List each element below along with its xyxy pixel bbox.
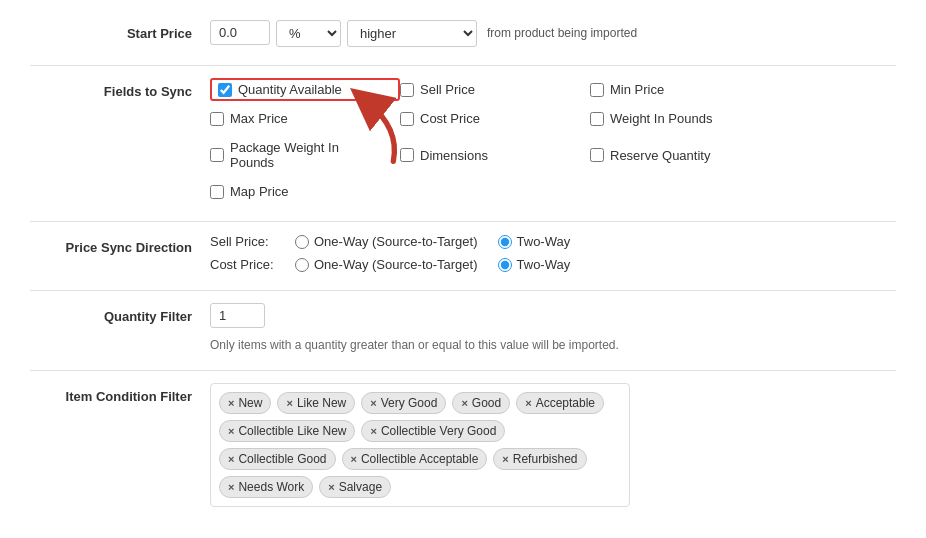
tag-acceptable[interactable]: × Acceptable: [516, 392, 604, 414]
item-condition-content: × New × Like New × Very Good × Good ×: [210, 383, 896, 507]
tag-collectible-good[interactable]: × Collectible Good: [219, 448, 336, 470]
tag-refurbished-remove[interactable]: ×: [502, 453, 508, 465]
tag-collectible-likenew-label: Collectible Like New: [238, 424, 346, 438]
tag-likenew-remove[interactable]: ×: [286, 397, 292, 409]
price-sync-label: Price Sync Direction: [30, 234, 210, 255]
checkbox-costprice[interactable]: Cost Price: [400, 107, 590, 130]
higher-select[interactable]: higher lower exact: [347, 20, 477, 47]
tag-collectible-verygood-label: Collectible Very Good: [381, 424, 496, 438]
checkbox-dimensions-input[interactable]: [400, 148, 414, 162]
checkbox-weightlbs-input[interactable]: [590, 112, 604, 126]
quantity-filter-label: Quantity Filter: [30, 303, 210, 324]
sell-twoway-radio[interactable]: Two-Way: [498, 234, 571, 249]
tag-salvage[interactable]: × Salvage: [319, 476, 391, 498]
checkbox-maxprice[interactable]: Max Price: [210, 107, 400, 130]
cost-twoway-radio[interactable]: Two-Way: [498, 257, 571, 272]
price-sync-row: Price Sync Direction Sell Price: One-Way…: [30, 234, 896, 272]
tag-acceptable-label: Acceptable: [536, 396, 595, 410]
sell-oneway-input[interactable]: [295, 235, 309, 249]
checkbox-sellprice-input[interactable]: [400, 83, 414, 97]
quantity-filter-content: Only items with a quantity greater than …: [210, 303, 896, 352]
sell-twoway-input[interactable]: [498, 235, 512, 249]
tag-good-remove[interactable]: ×: [461, 397, 467, 409]
checkbox-mapprice-input[interactable]: [210, 185, 224, 199]
tag-refurbished[interactable]: × Refurbished: [493, 448, 586, 470]
sell-twoway-label: Two-Way: [517, 234, 571, 249]
tag-new-remove[interactable]: ×: [228, 397, 234, 409]
tag-verygood-label: Very Good: [381, 396, 438, 410]
checkbox-maxprice-label: Max Price: [230, 111, 288, 126]
tag-good[interactable]: × Good: [452, 392, 510, 414]
percent-select[interactable]: % $ flat: [276, 20, 341, 47]
tag-collectible-good-label: Collectible Good: [238, 452, 326, 466]
tag-new[interactable]: × New: [219, 392, 271, 414]
tag-collectible-likenew[interactable]: × Collectible Like New: [219, 420, 355, 442]
fields-grid: Quantity Available Max Price Package Wei…: [210, 78, 790, 203]
tag-needs-work-label: Needs Work: [238, 480, 304, 494]
tag-needs-work-remove[interactable]: ×: [228, 481, 234, 493]
sell-price-sync-label: Sell Price:: [210, 234, 285, 249]
checkbox-reserveqty-label: Reserve Quantity: [610, 148, 710, 163]
sell-price-sync-row: Sell Price: One-Way (Source-to-Target) T…: [210, 234, 570, 249]
quantity-filter-section: Only items with a quantity greater than …: [210, 303, 619, 352]
tag-collectible-acceptable-remove[interactable]: ×: [351, 453, 357, 465]
quantity-filter-input[interactable]: [210, 303, 265, 328]
checkbox-dimensions[interactable]: Dimensions: [400, 136, 590, 174]
cost-price-sync-label: Cost Price:: [210, 257, 285, 272]
tag-verygood-remove[interactable]: ×: [370, 397, 376, 409]
checkbox-weightlbs[interactable]: Weight In Pounds: [590, 107, 790, 130]
tag-collectible-acceptable-label: Collectible Acceptable: [361, 452, 478, 466]
start-price-content: % $ flat higher lower exact from product…: [210, 20, 896, 47]
tag-salvage-label: Salvage: [339, 480, 382, 494]
item-condition-label: Item Condition Filter: [30, 383, 210, 404]
checkbox-pkgweight[interactable]: Package Weight InPounds: [210, 136, 400, 174]
checkbox-costprice-label: Cost Price: [420, 111, 480, 126]
checkbox-mapprice[interactable]: Map Price: [210, 180, 400, 203]
checkbox-qty[interactable]: Quantity Available: [210, 78, 400, 101]
checkbox-minprice-input[interactable]: [590, 83, 604, 97]
price-sync-content: Sell Price: One-Way (Source-to-Target) T…: [210, 234, 896, 272]
tag-collectible-good-remove[interactable]: ×: [228, 453, 234, 465]
settings-form: Start Price % $ flat higher lower exact …: [0, 0, 926, 538]
tag-collectible-verygood[interactable]: × Collectible Very Good: [361, 420, 505, 442]
start-price-input[interactable]: [210, 20, 270, 45]
cost-oneway-label: One-Way (Source-to-Target): [314, 257, 478, 272]
tag-likenew-label: Like New: [297, 396, 346, 410]
checkbox-maxprice-input[interactable]: [210, 112, 224, 126]
checkbox-minprice[interactable]: Min Price: [590, 78, 790, 101]
tag-acceptable-remove[interactable]: ×: [525, 397, 531, 409]
sell-oneway-label: One-Way (Source-to-Target): [314, 234, 478, 249]
tag-likenew[interactable]: × Like New: [277, 392, 355, 414]
checkbox-sellprice[interactable]: Sell Price: [400, 78, 590, 101]
sell-oneway-radio[interactable]: One-Way (Source-to-Target): [295, 234, 478, 249]
condition-tags-container: × New × Like New × Very Good × Good ×: [210, 383, 630, 507]
checkbox-sellprice-label: Sell Price: [420, 82, 475, 97]
checkbox-qty-input[interactable]: [218, 83, 232, 97]
fields-to-sync-label: Fields to Sync: [30, 78, 210, 99]
checkbox-qty-label: Quantity Available: [238, 82, 342, 97]
checkbox-reserveqty[interactable]: Reserve Quantity: [590, 136, 790, 174]
tag-needs-work[interactable]: × Needs Work: [219, 476, 313, 498]
start-price-row: Start Price % $ flat higher lower exact …: [30, 20, 896, 47]
cost-oneway-radio[interactable]: One-Way (Source-to-Target): [295, 257, 478, 272]
checkbox-costprice-input[interactable]: [400, 112, 414, 126]
tag-collectible-verygood-remove[interactable]: ×: [370, 425, 376, 437]
cost-oneway-input[interactable]: [295, 258, 309, 272]
fields-to-sync-content: Quantity Available Max Price Package Wei…: [210, 78, 896, 203]
tag-new-label: New: [238, 396, 262, 410]
tag-verygood[interactable]: × Very Good: [361, 392, 446, 414]
quantity-filter-row: Quantity Filter Only items with a quanti…: [30, 303, 896, 352]
cost-twoway-label: Two-Way: [517, 257, 571, 272]
tag-collectible-acceptable[interactable]: × Collectible Acceptable: [342, 448, 488, 470]
checkbox-pkgweight-input[interactable]: [210, 148, 224, 162]
checkbox-pkgweight-label: Package Weight InPounds: [230, 140, 339, 170]
cost-twoway-input[interactable]: [498, 258, 512, 272]
checkbox-dimensions-label: Dimensions: [420, 148, 488, 163]
tag-good-label: Good: [472, 396, 501, 410]
checkbox-mapprice-label: Map Price: [230, 184, 289, 199]
tag-collectible-likenew-remove[interactable]: ×: [228, 425, 234, 437]
tag-salvage-remove[interactable]: ×: [328, 481, 334, 493]
checkbox-reserveqty-input[interactable]: [590, 148, 604, 162]
start-price-label: Start Price: [30, 20, 210, 41]
item-condition-row: Item Condition Filter × New × Like New ×…: [30, 383, 896, 507]
